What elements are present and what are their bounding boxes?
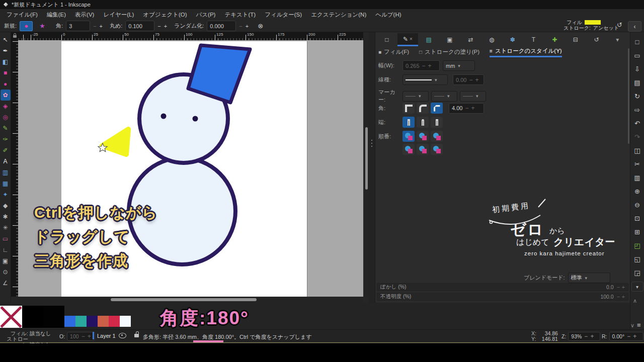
opacity-slider[interactable]: 不透明度 (%) 100.0 − + (377, 293, 628, 301)
paint-order-6-button[interactable] (431, 144, 443, 155)
box3d-tool[interactable]: ◈ (1, 101, 11, 112)
blend-mode-dropdown[interactable]: 標準 ▾ (568, 273, 610, 283)
miter-limit-value[interactable]: 4.00 (452, 105, 462, 111)
blur-minus[interactable]: − (617, 284, 620, 290)
pencil-tool[interactable]: ✎ (1, 123, 11, 134)
tab-stroke-paint[interactable]: □ストロークの塗り(P) (419, 47, 479, 57)
vertical-ruler[interactable] (11, 40, 18, 297)
defaults-reset-button[interactable]: ⊗ (258, 22, 263, 30)
stroke-width-value[interactable]: 0.265 (406, 63, 420, 69)
layer-visibility-eye-icon[interactable] (119, 333, 126, 338)
polygon-mode-button[interactable]: ● (20, 21, 33, 31)
spray-options-tab[interactable]: ✽ (502, 33, 523, 46)
snowman-eye-right[interactable] (193, 116, 198, 122)
blur-value[interactable]: 0.0 (606, 284, 614, 290)
open-document-button[interactable]: ▭ (632, 49, 643, 62)
cut-button[interactable]: ✂ (632, 157, 643, 171)
dash-pattern-dropdown[interactable]: ▾ (403, 74, 448, 85)
zoom-center-page-button[interactable]: ⊞ (632, 225, 643, 239)
ruler-corner[interactable] (11, 32, 18, 40)
paint-order-1-button[interactable] (403, 131, 415, 142)
stroke-width-minus[interactable]: − (422, 62, 426, 69)
zoom-tool[interactable]: ⊙ (1, 266, 11, 278)
layer-lock-icon[interactable] (134, 334, 139, 337)
swatch-teal[interactable] (75, 316, 87, 327)
spiral-tool[interactable]: ◎ (1, 112, 11, 123)
marker-mid-dropdown[interactable]: ▾ (431, 91, 457, 102)
blur-slider[interactable]: ぼかし (%) 0.0 − + (377, 283, 628, 291)
opacity-plus[interactable]: + (622, 294, 625, 300)
swatch-black[interactable] (22, 306, 43, 328)
random-plus-button[interactable]: + (246, 23, 249, 29)
object-opacity-plus[interactable]: + (88, 333, 91, 340)
spray-tool[interactable]: ✳ (1, 222, 11, 233)
dash-offset-minus[interactable]: − (469, 76, 472, 83)
swatch-crimson[interactable] (109, 316, 120, 327)
join-miter-button[interactable] (403, 103, 415, 114)
measure-tool[interactable]: ∠ (1, 278, 11, 289)
cap-butt-button[interactable] (403, 117, 415, 128)
eraser-tool[interactable]: ▭ (1, 233, 11, 244)
text-tool[interactable]: A (1, 156, 11, 167)
menu-item-0[interactable]: ファイル(F) (3, 10, 41, 20)
rounded-plus-button[interactable]: + (164, 23, 167, 29)
menu-item-7[interactable]: フィルター(S) (261, 10, 305, 20)
zoom-page-button[interactable]: ⊡ (632, 212, 643, 225)
swatch-white[interactable] (120, 316, 131, 327)
star-mode-button[interactable]: ★ (36, 21, 49, 31)
dash-offset-plus[interactable]: + (475, 76, 478, 83)
menu-item-2[interactable]: 表示(V) (71, 10, 98, 20)
random-value[interactable]: 0.000 (210, 23, 224, 29)
shape-builder-tool[interactable]: ◧ (1, 56, 11, 67)
stroke-width-plus[interactable]: + (428, 62, 432, 69)
zoom-selection-button[interactable]: ⊕ (632, 185, 643, 198)
mesh-gradient-tool[interactable]: ▦ (1, 178, 11, 189)
vertical-scrollbar[interactable] (364, 40, 369, 297)
menu-item-9[interactable]: ヘルプ(H) (372, 10, 405, 20)
paste-button[interactable]: ▥ (632, 171, 643, 185)
paint-order-5-button[interactable] (417, 144, 429, 155)
object-opacity-spinbox[interactable]: 100 − + (67, 332, 95, 341)
revert-document-button[interactable]: ↻ (632, 89, 643, 103)
undo-history-tab[interactable]: ↺ (586, 33, 607, 46)
panel-splitter[interactable] (369, 32, 375, 303)
corners-value[interactable]: 3 (69, 23, 72, 29)
random-spinbox[interactable]: 0.000 (207, 21, 236, 31)
duplicate-button[interactable]: ◰ (632, 239, 643, 252)
palette-scroll-down-button[interactable]: ∨ (630, 322, 634, 329)
menu-item-6[interactable]: テキスト(T) (221, 10, 259, 20)
zoom-minus[interactable]: − (584, 333, 588, 340)
document-properties-tab[interactable]: □ (376, 33, 397, 46)
swatch-indigo[interactable] (87, 316, 98, 327)
miter-limit-plus[interactable]: + (471, 105, 474, 112)
zoom-drawing-button[interactable]: ⊖ (632, 198, 643, 212)
transform-tab[interactable]: ⇄ (460, 33, 481, 46)
horizontal-scrollbar-thumb[interactable] (111, 298, 257, 301)
tab-fill[interactable]: ■フィル(F) (378, 47, 409, 57)
palette-menu-button[interactable]: ≡ (637, 321, 641, 329)
new-document-button[interactable]: □ (632, 35, 643, 49)
join-round-button[interactable] (417, 103, 429, 114)
marker-end-dropdown[interactable]: ▾ (460, 91, 486, 102)
snowman-eye-left[interactable] (161, 114, 167, 119)
zoom-value[interactable]: 93% (571, 333, 582, 339)
object-opacity-value[interactable]: 100 (70, 333, 79, 339)
selector-tool[interactable]: ↖ (1, 34, 11, 45)
paint-order-4-button[interactable] (403, 144, 415, 155)
miter-limit-minus[interactable]: − (465, 105, 468, 112)
cap-square-button[interactable] (431, 117, 443, 128)
miter-limit-spinbox[interactable]: 4.00 − + (449, 103, 484, 114)
menu-item-1[interactable]: 編集(E) (43, 10, 69, 20)
pages-tool[interactable]: ▣ (1, 255, 11, 266)
corners-minus-button[interactable]: − (93, 23, 96, 29)
swatch-black-2[interactable] (43, 306, 64, 328)
cap-round-button[interactable] (417, 117, 429, 128)
vertical-scrollbar-thumb[interactable] (365, 127, 368, 190)
corners-spinbox[interactable]: 3 (66, 21, 90, 31)
dash-offset-value[interactable]: 0.00 (456, 77, 466, 83)
stroke-width-spinbox[interactable]: 0.265 − + (403, 60, 440, 71)
rotation-minus[interactable]: − (627, 333, 630, 340)
paint-order-2-button[interactable] (417, 131, 429, 142)
zoom-plus[interactable]: + (590, 333, 594, 340)
star-tool[interactable]: ✿ (1, 89, 11, 101)
